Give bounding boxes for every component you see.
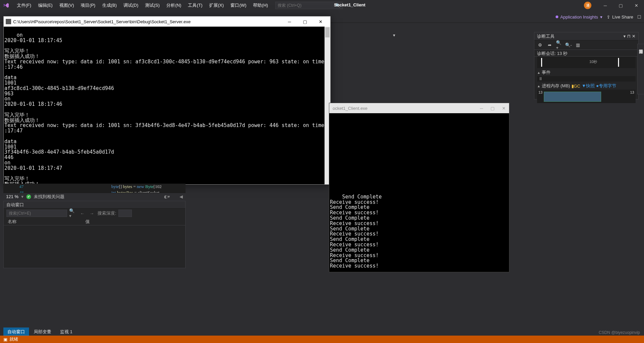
memory-right-value: 13: [630, 90, 634, 94]
insights-icon: [556, 15, 558, 18]
gc-legend: ▮GC: [571, 84, 581, 89]
menu-tools[interactable]: 工具(T): [185, 0, 206, 10]
diagnostics-memory-header[interactable]: ▲ 进程内存 (MB) ▮GC ▼快照 ●专用字节: [534, 82, 638, 90]
server-console-titlebar[interactable]: C:\Users\HP\source\repos\Socket1_Server\…: [4, 17, 330, 27]
menu-test[interactable]: 测试(S): [142, 0, 163, 10]
document-tab-dropdown[interactable]: ▾: [391, 32, 397, 38]
scroll-left-icon[interactable]: ◀: [179, 194, 183, 199]
tab-locals[interactable]: 局部变量: [30, 328, 55, 336]
autos-window: 自动窗口 🔍▾ ← → 搜索深度: 名称 值: [3, 201, 186, 268]
bytes-legend: ●专用字节: [596, 83, 616, 89]
settings-icon[interactable]: ⚙: [537, 42, 543, 48]
client-console-window: ocket1_Client.exe ─ ▢ ✕ Send Complete Re…: [329, 103, 509, 272]
quick-launch[interactable]: 🔍: [275, 2, 343, 9]
vs-logo-icon: [3, 2, 9, 9]
memory-chart: 13 13: [537, 90, 636, 103]
memory-area: [544, 92, 601, 102]
server-console-title: C:\Users\HP\source\repos\Socket1_Server\…: [13, 19, 191, 24]
client-console-body[interactable]: Send Complete Receive success! Send Comp…: [329, 113, 509, 272]
application-insights-button[interactable]: Application Insights ▾: [556, 14, 603, 20]
autos-search-input[interactable]: [6, 210, 67, 217]
timeline-end-marker[interactable]: [618, 58, 619, 67]
ok-icon: ✔: [26, 194, 31, 199]
zoom-out-icon[interactable]: 🔍-: [565, 42, 571, 48]
server-console-window: C:\Users\HP\source\repos\Socket1_Server\…: [3, 16, 331, 185]
console-close-button[interactable]: ✕: [502, 106, 506, 111]
menu-file[interactable]: 文件(F): [13, 0, 35, 10]
diagnostics-toolbar: ⚙ ➦ 🔍+ 🔍- ▥: [534, 40, 638, 50]
menu-extensions[interactable]: 扩展(X): [206, 0, 227, 10]
zoom-in-icon[interactable]: 🔍+: [556, 42, 562, 48]
console-minimize-button[interactable]: ─: [480, 106, 483, 111]
col-name[interactable]: 名称: [4, 218, 81, 225]
export-icon[interactable]: ➦: [547, 42, 553, 48]
menu-analyze[interactable]: 分析(N): [163, 0, 185, 10]
panel-close-icon[interactable]: ✕: [632, 34, 636, 39]
client-console-title: ocket1_Client.exe: [333, 106, 367, 111]
panel-dropdown-icon[interactable]: ▾: [623, 34, 626, 39]
server-console-text: on 2020-01-01 18:17:45 写入完毕！ 数据插入成功！ Tex…: [4, 32, 330, 184]
columns-icon[interactable]: ▥: [575, 42, 581, 48]
diagnostics-session-label: 诊断会话: 13 秒: [534, 50, 638, 57]
issues-label: 未找到相关问题: [34, 194, 64, 200]
col-value[interactable]: 值: [81, 218, 94, 225]
diagnostics-panel: 诊断工具 ▾ ⊓ ✕ ⚙ ➦ 🔍+ 🔍- ▥ 诊断会话: 13 秒 10秒 ▲ …: [534, 32, 639, 99]
console-minimize-button[interactable]: ─: [282, 17, 297, 27]
expand-icon: ▲: [537, 71, 540, 74]
autos-title-label: 自动窗口: [6, 202, 24, 208]
memory-left-value: 13: [538, 90, 542, 94]
menu-debug[interactable]: 调试(D): [120, 0, 142, 10]
statusbar: ▣ 就绪: [0, 336, 644, 343]
console-close-button[interactable]: ✕: [313, 17, 328, 27]
menu-view[interactable]: 视图(V): [56, 0, 77, 10]
expand-icon: ▲: [537, 84, 540, 88]
maximize-button[interactable]: ▢: [613, 0, 628, 11]
search-depth-select[interactable]: [118, 210, 132, 217]
timeline-start-marker[interactable]: [541, 58, 542, 67]
search-depth-label: 搜索深度:: [97, 210, 116, 216]
solution-explorer-tab[interactable]: 解决方案资源管理器: [637, 44, 644, 94]
tab-autos[interactable]: 自动窗口: [3, 328, 29, 336]
chevron-down-icon[interactable]: ▾: [21, 194, 24, 199]
console-icon: [6, 19, 11, 24]
watermark: CSDN @biyezuopinvip: [599, 330, 640, 335]
menu-build[interactable]: 生成(B): [99, 0, 120, 10]
status-ready-label: 就绪: [9, 336, 18, 342]
editor-status-strip: 121 % ▾ ✔ 未找到相关问题 ◐▾ ◀: [3, 193, 186, 200]
menu-edit[interactable]: 编辑(E): [35, 0, 56, 10]
panel-pin-icon[interactable]: ⊓: [627, 34, 631, 39]
diagnostics-timeline[interactable]: 10秒: [537, 57, 636, 68]
view-toggle-icon[interactable]: ◐▾: [164, 194, 170, 199]
client-console-text: Send Complete Receive success! Send Comp…: [330, 194, 382, 269]
menubar: 文件(F) 编辑(E) 视图(V) 项目(P) 生成(B) 调试(D) 测试(S…: [0, 0, 644, 11]
nav-forward-icon[interactable]: →: [88, 210, 95, 217]
live-share-button[interactable]: ⇪ Live Share: [607, 14, 633, 20]
ready-icon: ▣: [3, 337, 7, 342]
chevron-down-icon: ▾: [600, 14, 603, 20]
autos-search-bar: 🔍▾ ← → 搜索深度:: [4, 209, 185, 218]
menu-project[interactable]: 项目(P): [77, 0, 99, 10]
zoom-level[interactable]: 121 %: [6, 194, 19, 199]
bottom-tabs: 自动窗口 局部变量 监视 1: [3, 328, 77, 336]
diagnostics-title-label: 诊断工具: [537, 33, 555, 39]
minimize-button[interactable]: ─: [597, 0, 613, 11]
menu-help[interactable]: 帮助(H): [250, 0, 271, 10]
autos-titlebar[interactable]: 自动窗口: [4, 201, 185, 209]
console-maximize-button[interactable]: ▢: [297, 17, 313, 27]
close-button[interactable]: ✕: [628, 0, 644, 11]
scrollbar-thumb[interactable]: [325, 27, 330, 37]
diagnostics-events-header[interactable]: ▲ 事件: [534, 68, 638, 76]
console-maximize-button[interactable]: ▢: [491, 106, 495, 111]
server-console-body[interactable]: on 2020-01-01 18:17:45 写入完毕！ 数据插入成功！ Tex…: [4, 27, 330, 184]
quick-launch-input[interactable]: [278, 3, 335, 8]
nav-back-icon[interactable]: ←: [79, 210, 86, 217]
snapshot-legend: ▼快照: [582, 83, 595, 89]
feedback-icon[interactable]: ☐: [637, 14, 641, 20]
client-console-titlebar[interactable]: ocket1_Client.exe ─ ▢ ✕: [329, 103, 509, 113]
window-controls: 通 ─ ▢ ✕: [584, 0, 644, 11]
avatar[interactable]: 通: [584, 2, 591, 9]
tab-watch1[interactable]: 监视 1: [56, 328, 77, 336]
menu-window[interactable]: 窗口(W): [227, 0, 250, 10]
diagnostics-titlebar: 诊断工具 ▾ ⊓ ✕: [534, 32, 638, 40]
search-icon[interactable]: 🔍▾: [69, 210, 77, 217]
